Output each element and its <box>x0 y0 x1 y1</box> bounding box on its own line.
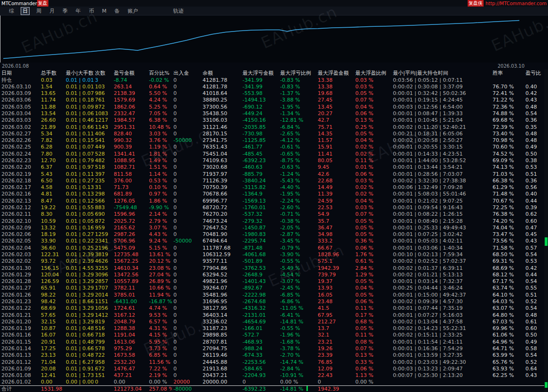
column-header[interactable]: 最大浮亏比例 <box>279 70 316 76</box>
column-header[interactable]: 总手数 <box>39 70 64 76</box>
table-cell: 6.50 <box>39 178 64 184</box>
table-cell: 1412 <box>94 312 112 318</box>
table-row[interactable]: 2026.03.0511.880.01 | 0.098721862.065.25… <box>0 103 544 110</box>
menu-item-track[interactable]: 轨迹 <box>172 8 185 15</box>
table-row[interactable]: 2026.02.0533.900.01 | 0.2223415706.969.2… <box>0 238 544 244</box>
menu-item-account[interactable]: 账户 <box>126 8 140 15</box>
table-row[interactable]: 2026.01.1271.040.01 | 6.279582532.2011.5… <box>0 359 544 365</box>
table-row[interactable]: 2026.02.03122.310.01 | 2.39381912735.481… <box>0 251 544 258</box>
column-header[interactable]: 次数 <box>94 70 112 76</box>
table-cell: 0.42 <box>524 90 544 96</box>
table-row[interactable]: 2026.02.1010.590.01 | 0.058722025.722.79… <box>0 218 544 224</box>
table-row[interactable]: 2026.02.275.340.01 | 0.11406828.403.03 %… <box>0 130 544 137</box>
table-row[interactable]: 2026.02.174.580.01 | 0.133171.730.10 %07… <box>0 184 544 191</box>
table-row[interactable]: 2026.01.29120.040.01 | 3.29309613472.562… <box>0 271 544 278</box>
table-row[interactable]: 2026.02.2312.700.01 | 0.794821088.951.49… <box>0 157 544 164</box>
table-cell: 900.39 <box>112 144 148 150</box>
table-row[interactable]: 2026.02.195.430.01 | 0.11397811.581.14 %… <box>0 171 544 177</box>
column-header[interactable]: 百分比% <box>148 70 172 76</box>
table-row[interactable]: 2026.01.1323.130.01 | 0.487221673.586.85… <box>0 352 544 359</box>
vertical-scrollbar[interactable] <box>544 69 548 392</box>
table-cell: 0 <box>94 379 112 385</box>
menu-item-notes[interactable]: 备 <box>113 8 121 15</box>
column-header[interactable]: 日期 <box>0 70 39 76</box>
column-header[interactable]: 最小|平均|最大持仓时间 <box>391 70 491 76</box>
column-header[interactable]: 盈亏比 <box>524 70 544 76</box>
table-cell: 73020.68 <box>201 164 241 170</box>
table-cell: 0.02 % <box>354 144 391 150</box>
scrollbar-thumb[interactable] <box>545 237 548 246</box>
table-row[interactable]: 2026.02.118.300.01 | 0.056901596.962.14 … <box>0 211 544 218</box>
table-row[interactable]: 2026.01.2698.220.01 | 3.2920143785.0111.… <box>0 291 544 298</box>
table-row[interactable]: 2026.01.1520.910.01 | 0.487991613.065.95… <box>0 338 544 345</box>
table-cell: 0:00:01 | 0:11:54 | 2:41:11 <box>391 339 491 345</box>
table-cell: 0.38 <box>524 157 544 164</box>
table-cell: 1082.71 <box>112 164 148 170</box>
table-row[interactable]: 2026.02.0618.190.01 | 0.2712592987.264.4… <box>0 231 544 238</box>
table-row[interactable]: 2026.01.28126.590.01 | 3.29285710557.892… <box>0 278 544 284</box>
table-row[interactable]: 2026.02.267.820.01 | 0.15541990.323.76 %… <box>0 137 544 144</box>
table-row[interactable]: 2026.01.020.000.00 | 0.0000.000.00 %2000… <box>0 379 544 385</box>
table-cell: 0.04 % <box>354 285 391 291</box>
table-cell: -2.24 % <box>279 198 316 204</box>
table-row[interactable]: 持仓0.030.01 | 0.013-8.74-0.02 %041281.78-… <box>0 77 544 83</box>
menu-item-yearly[interactable]: 年 <box>74 8 82 15</box>
menu-item-monthly[interactable]: 月 <box>48 8 56 15</box>
table-row[interactable]: 2026.03.0221.890.01 | 0.6611432951.3110.… <box>0 124 544 130</box>
table-row[interactable]: 2026.02.186.500.01 | 0.27235376.000.53 %… <box>0 177 544 184</box>
menu-item-summary[interactable]: 综 <box>8 8 16 15</box>
table-cell: 2026.03.02 <box>0 124 39 130</box>
table-row[interactable]: 2026.02.206.370.01 | 0.975181082.711.51 … <box>0 164 544 171</box>
column-header[interactable]: 最小|大手数 <box>64 70 94 76</box>
menu-item-daily[interactable]: 日 <box>21 7 30 15</box>
table-cell: -2.60 % <box>279 204 316 211</box>
table-row[interactable]: 2026.01.1417.250.01 | 0.66578975.293.73 … <box>0 345 544 352</box>
column-header[interactable]: 最大浮亏金额 <box>241 70 279 76</box>
table-row[interactable]: 2026.01.2268.690.01 | 3.2910561724.614.7… <box>0 305 544 312</box>
table-row[interactable]: 2026.01.2032.150.01 | 3.298192048.796.57… <box>0 318 544 325</box>
column-header[interactable]: 最大浮盈比例 <box>354 70 391 76</box>
scrollbar-thumb[interactable] <box>545 382 548 388</box>
menu-item-currency[interactable]: 币 <box>87 8 95 15</box>
table-row[interactable]: 2026.01.30156.150.01 | 4.55325514610.342… <box>0 265 544 271</box>
equity-chart[interactable] <box>0 16 548 63</box>
table-row[interactable]: 2026.03.101.540.01 | 0.01103263.140.64 %… <box>0 83 544 90</box>
table-row[interactable]: 2026.01.2765.910.01 | 3.2917073782.1110.… <box>0 285 544 291</box>
menu-item-m[interactable]: M <box>101 8 108 15</box>
column-header[interactable]: 最大浮盈金额 <box>316 70 354 76</box>
table-row[interactable]: 2026.03.0413.540.01 | 0.0610832332.477.0… <box>0 110 544 117</box>
table-row[interactable]: 2026.02.0436.600.01 | 0.2521965475.095.1… <box>0 244 544 251</box>
column-header[interactable]: 胜率 <box>491 70 524 76</box>
menu-item-quarterly[interactable]: 季 <box>61 8 69 15</box>
table-row[interactable]: 2026.02.0913.320.01 | 0.169592165.623.07… <box>0 224 544 231</box>
table-row[interactable]: 2026.01.2157.650.01 | 3.2914123167.129.5… <box>0 312 544 318</box>
table-cell: 0:00:01 | 0:13:59 | 3:27:35 <box>391 352 491 358</box>
table-row[interactable]: 2026.02.164.810.01 | 0.13298681.890.97 %… <box>0 191 544 197</box>
table-row[interactable]: 2026.03.0913.650.01 | 0.079862138.395.50… <box>0 90 544 97</box>
column-header[interactable]: 盈亏金额 <box>112 70 148 76</box>
table-row[interactable]: 2026.02.1219.220.01 | 0.55883-7549.48-9.… <box>0 204 544 211</box>
table-cell: 26.89 % <box>148 278 172 284</box>
horizontal-scroll-marker[interactable] <box>306 386 308 391</box>
table-cell: 0:00:02 | 0:13:04 | 4:37:58 <box>391 319 491 325</box>
table-row[interactable]: 2026.02.247.800.01 | 0.075281341.411.81 … <box>0 150 544 157</box>
table-row[interactable]: 2026.01.0920.080.01 | 0.916721476.477.22… <box>0 365 544 372</box>
table-row[interactable]: 2026.01.0812.410.01 | 1.73151437.212.19 … <box>0 372 544 378</box>
table-row[interactable]: 2026.01.1616.070.01 | 0.667181191.044.15… <box>0 332 544 338</box>
table-row[interactable]: 2026.02.138.470.01 | 0.125661276.051.86 … <box>0 197 544 204</box>
table-cell: 0.01 | 0.16 <box>64 225 94 231</box>
table-cell: -553.98 <box>241 90 279 96</box>
column-header[interactable]: 出入金 <box>172 70 201 76</box>
table-row[interactable]: 2026.02.256.280.01 | 0.07449900.391.19 %… <box>0 144 544 150</box>
table-row[interactable]: 2026.03.0611.740.01 | 0.187611579.694.24… <box>0 97 544 103</box>
table-row[interactable]: 2026.01.1910.870.01 | 0.485161288.384.31… <box>0 325 544 331</box>
column-header[interactable]: 余额 <box>201 70 241 76</box>
table-row[interactable]: 2026.01.2398.420.01 | 8.661151-6431.00-1… <box>0 298 544 305</box>
table-cell: 11.74 <box>39 97 64 103</box>
table-cell: 70481.90 <box>201 231 241 237</box>
table-row[interactable]: 2026.02.0293.720.01 | 2.39462615672.2520… <box>0 258 544 265</box>
brand-url-link[interactable]: http://MTCommander.com <box>485 1 547 6</box>
menu-item-weekly[interactable]: 周 <box>35 8 43 15</box>
table-cell: 98.22 <box>39 292 64 298</box>
table-row[interactable]: 2026.03.0326.600.01 | 0.4612171984.576.3… <box>0 117 544 124</box>
